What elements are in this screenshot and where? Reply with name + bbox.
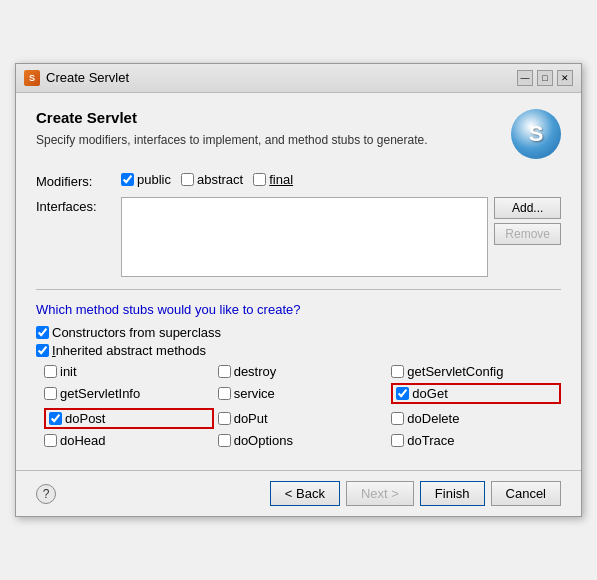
method-getServletConfig: getServletConfig [391, 364, 561, 379]
method-service-label[interactable]: service [234, 386, 275, 401]
method-doPost-checkbox[interactable] [49, 412, 62, 425]
interfaces-label: Interfaces: [36, 197, 121, 214]
method-init-checkbox[interactable] [44, 365, 57, 378]
maximize-button[interactable]: □ [537, 70, 553, 86]
constructors-checkbox[interactable] [36, 326, 49, 339]
modifier-abstract-label[interactable]: abstract [197, 172, 243, 187]
method-destroy-label[interactable]: destroy [234, 364, 277, 379]
title-bar-left: S Create Servlet [24, 70, 129, 86]
modifier-final-checkbox[interactable] [253, 173, 266, 186]
method-stubs-section: Which method stubs would you like to cre… [36, 302, 561, 448]
spring-icon: S [511, 109, 561, 159]
constructors-label[interactable]: Constructors from superclass [52, 325, 221, 340]
minimize-button[interactable]: — [517, 70, 533, 86]
method-doOptions-checkbox[interactable] [218, 434, 231, 447]
remove-interface-button[interactable]: Remove [494, 223, 561, 245]
methods-grid: init destroy getServletConfig getServlet… [44, 364, 561, 448]
section-desc: Specify modifiers, interfaces to impleme… [36, 132, 561, 149]
modifiers-checkboxes: public abstract final [121, 172, 561, 187]
method-doDelete-checkbox[interactable] [391, 412, 404, 425]
method-doGet-label[interactable]: doGet [412, 386, 447, 401]
method-doDelete-label[interactable]: doDelete [407, 411, 459, 426]
method-doHead: doHead [44, 433, 214, 448]
method-doOptions: doOptions [218, 433, 388, 448]
modifier-public: public [121, 172, 171, 187]
bottom-right-buttons: < Back Next > Finish Cancel [270, 481, 561, 506]
method-doHead-label[interactable]: doHead [60, 433, 106, 448]
method-service-checkbox[interactable] [218, 387, 231, 400]
interfaces-row: Interfaces: Add... Remove [36, 197, 561, 277]
method-getServletInfo: getServletInfo [44, 383, 214, 404]
method-getServletConfig-checkbox[interactable] [391, 365, 404, 378]
inherited-checkbox-item: Inherited abstract methods [36, 343, 561, 358]
method-doPut-checkbox[interactable] [218, 412, 231, 425]
method-destroy-checkbox[interactable] [218, 365, 231, 378]
help-button[interactable]: ? [36, 484, 56, 504]
inherited-checkbox[interactable] [36, 344, 49, 357]
method-stubs-title: Which method stubs would you like to cre… [36, 302, 561, 317]
section-title: Create Servlet [36, 109, 561, 126]
method-doPut: doPut [218, 408, 388, 429]
method-doDelete: doDelete [391, 408, 561, 429]
method-doPost-label[interactable]: doPost [65, 411, 105, 426]
inherited-label[interactable]: Inherited abstract methods [52, 343, 206, 358]
modifiers-label: Modifiers: [36, 172, 121, 189]
divider [36, 289, 561, 290]
method-doGet-checkbox[interactable] [396, 387, 409, 400]
cancel-button[interactable]: Cancel [491, 481, 561, 506]
modifier-public-label[interactable]: public [137, 172, 171, 187]
interfaces-listbox[interactable] [121, 197, 488, 277]
method-doPost-highlighted: doPost [44, 408, 214, 429]
method-doTrace-label[interactable]: doTrace [407, 433, 454, 448]
create-servlet-dialog: S Create Servlet — □ ✕ S Create Servlet … [15, 63, 582, 518]
next-button[interactable]: Next > [346, 481, 414, 506]
modifier-final-label[interactable]: final [269, 172, 293, 187]
modifier-abstract-checkbox[interactable] [181, 173, 194, 186]
method-doGet-highlighted: doGet [391, 383, 561, 404]
method-init-label[interactable]: init [60, 364, 77, 379]
title-bar: S Create Servlet — □ ✕ [16, 64, 581, 93]
method-doOptions-label[interactable]: doOptions [234, 433, 293, 448]
dialog-content: S Create Servlet Specify modifiers, inte… [16, 93, 581, 471]
method-doHead-checkbox[interactable] [44, 434, 57, 447]
close-button[interactable]: ✕ [557, 70, 573, 86]
add-interface-button[interactable]: Add... [494, 197, 561, 219]
method-doTrace-checkbox[interactable] [391, 434, 404, 447]
method-doPut-label[interactable]: doPut [234, 411, 268, 426]
inherited-label-text: nherited abstract methods [56, 343, 206, 358]
method-service: service [218, 383, 388, 404]
finish-button[interactable]: Finish [420, 481, 485, 506]
interfaces-area: Add... Remove [121, 197, 561, 277]
modifier-final: final [253, 172, 293, 187]
constructors-checkbox-item: Constructors from superclass [36, 325, 561, 340]
method-getServletConfig-label[interactable]: getServletConfig [407, 364, 503, 379]
title-controls: — □ ✕ [517, 70, 573, 86]
modifiers-row: Modifiers: public abstract final [36, 172, 561, 189]
interfaces-buttons: Add... Remove [494, 197, 561, 277]
method-init: init [44, 364, 214, 379]
stubs-header: Constructors from superclass Inherited a… [36, 325, 561, 358]
method-getServletInfo-label[interactable]: getServletInfo [60, 386, 140, 401]
modifier-public-checkbox[interactable] [121, 173, 134, 186]
bottom-bar: ? < Back Next > Finish Cancel [16, 470, 581, 516]
method-getServletInfo-checkbox[interactable] [44, 387, 57, 400]
method-doTrace: doTrace [391, 433, 561, 448]
method-destroy: destroy [218, 364, 388, 379]
back-button[interactable]: < Back [270, 481, 340, 506]
modifier-abstract: abstract [181, 172, 243, 187]
dialog-title: Create Servlet [46, 70, 129, 85]
dialog-icon: S [24, 70, 40, 86]
